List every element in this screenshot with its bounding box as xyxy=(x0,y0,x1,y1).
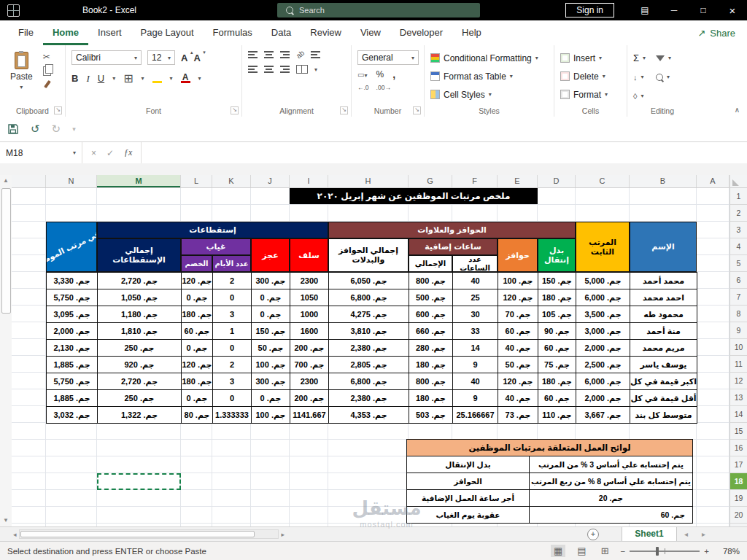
cell-total-deductions[interactable]: جم. 250 xyxy=(98,390,182,407)
column-header[interactable]: A xyxy=(697,175,729,187)
column-header[interactable]: G xyxy=(409,175,452,187)
row-header[interactable]: 19 xyxy=(730,490,747,507)
cell-total-deductions[interactable]: جم. 1,322 xyxy=(98,407,182,424)
cell-transport[interactable]: جم. 180 xyxy=(538,373,576,390)
close-button[interactable]: × xyxy=(718,0,747,20)
cell-overtime-hours[interactable]: 40 xyxy=(453,273,498,289)
column-header[interactable]: L xyxy=(181,175,212,187)
header-absence[interactable]: غياب xyxy=(181,238,251,255)
cell-total-deductions[interactable]: جم. 1,180 xyxy=(98,306,182,323)
increase-decimal-button[interactable]: ←.0 xyxy=(357,84,369,91)
column-header[interactable]: K xyxy=(212,175,251,187)
cell-discount[interactable]: جم. 0 xyxy=(182,390,213,407)
cell-net[interactable]: جم. 2,130 xyxy=(47,340,98,357)
fill-button[interactable]: ↓▾ xyxy=(633,69,646,85)
cell-discount[interactable]: جم. 60 xyxy=(182,323,213,340)
font-color-button[interactable]: A xyxy=(181,74,190,83)
cell-incentive[interactable]: جم. 100 xyxy=(498,273,538,289)
cell-overtime-total[interactable]: جم. 180 xyxy=(409,357,453,373)
cell-deficit[interactable]: جم. 150 xyxy=(252,323,290,340)
cell-employee-name[interactable]: مريم محمد xyxy=(630,340,697,357)
cell-deficit[interactable]: جم. 0 xyxy=(252,306,290,323)
menu-tab[interactable]: Help xyxy=(452,20,491,45)
align-right-button[interactable] xyxy=(280,66,290,73)
cell-total-allowances[interactable]: جم. 2,805 xyxy=(329,357,409,373)
menu-tab[interactable]: Review xyxy=(301,20,351,45)
row-header[interactable]: 10 xyxy=(730,339,747,356)
cell-discount[interactable]: جم. 120 xyxy=(182,357,213,373)
collapse-ribbon-button[interactable]: ∧ xyxy=(735,106,740,114)
cell-advance[interactable]: جم. 200 xyxy=(290,340,329,357)
cell-overtime-hours[interactable]: 14 xyxy=(453,340,498,357)
cell-net[interactable]: جم. 2,000 xyxy=(47,323,98,340)
cell-discount[interactable]: جم. 180 xyxy=(182,306,213,323)
merge-center-button[interactable] xyxy=(296,65,308,74)
column-header[interactable]: E xyxy=(498,175,538,187)
column-header[interactable]: J xyxy=(251,175,290,187)
cell-discount[interactable]: جم. 0 xyxy=(182,289,213,306)
cell-incentive[interactable]: جم. 120 xyxy=(498,373,538,390)
formula-input[interactable] xyxy=(142,142,747,163)
cell-incentive[interactable]: جم. 40 xyxy=(498,390,538,407)
autosum-button[interactable]: Σ▾ xyxy=(633,50,646,66)
cell-overtime-total[interactable]: جم. 800 xyxy=(409,373,453,390)
rules-title[interactable]: لوائح العمل المتعلقة بمرتبات الموظفين xyxy=(407,440,693,456)
cell-total-deductions[interactable]: جم. 1,810 xyxy=(98,323,182,340)
undo-button[interactable]: ↺ xyxy=(31,122,40,136)
row-header[interactable]: 8 xyxy=(730,306,747,322)
header-overtime-hours[interactable]: عدد الساعات xyxy=(452,255,498,272)
cell-incentive[interactable]: جم. 73 xyxy=(498,407,538,424)
sort-filter-button[interactable]: ▾ xyxy=(656,50,671,66)
cell-employee-name[interactable]: يوسف ياسر xyxy=(630,357,697,373)
view-page-break-button[interactable]: ⊞ xyxy=(598,545,612,557)
menu-tab[interactable]: Developer xyxy=(390,20,452,45)
row-header[interactable]: 15 xyxy=(730,423,747,440)
cell-transport[interactable]: جم. 105 xyxy=(538,306,576,323)
column-header[interactable]: C xyxy=(576,175,630,187)
scroll-down-icon[interactable]: ▼ xyxy=(0,515,12,526)
cell-days[interactable]: 3 xyxy=(213,373,252,390)
cell-total-allowances[interactable]: جم. 6,050 xyxy=(329,273,409,289)
cells-menu-button[interactable]: Format▾ xyxy=(560,87,608,102)
align-bottom-button[interactable] xyxy=(280,51,290,58)
cell-overtime-hours[interactable]: 30 xyxy=(453,306,498,323)
header-total-allowances[interactable]: إجمالي الحوافز والبدلات xyxy=(328,238,409,272)
cell-fixed-salary[interactable]: جم. 3,000 xyxy=(576,323,630,340)
cell-days[interactable]: 0 xyxy=(213,390,252,407)
cell-advance[interactable]: 1600 xyxy=(290,323,329,340)
column-header[interactable]: N xyxy=(46,175,97,187)
cell-overtime-hours[interactable]: 33 xyxy=(453,323,498,340)
row-header[interactable]: 20 xyxy=(730,507,747,524)
menu-tab[interactable]: Page Layout xyxy=(131,20,204,45)
row-header[interactable]: 5 xyxy=(730,255,747,272)
cell-transport[interactable]: جم. 90 xyxy=(538,323,576,340)
cell-advance[interactable]: 1050 xyxy=(290,289,329,306)
row-header[interactable]: 1 xyxy=(730,188,747,205)
header-discount[interactable]: الخصم xyxy=(181,255,212,272)
cell-overtime-hours[interactable]: 25.166667 xyxy=(453,407,498,424)
cell-days[interactable]: 2 xyxy=(213,357,252,373)
sign-in-button[interactable]: Sign in xyxy=(565,3,614,18)
horizontal-scrollbar[interactable]: ◂ ▸ xyxy=(13,529,285,539)
table-title-banner[interactable]: ملخص مرتبات الموظفين عن شهر إبريل ٢٠٢٠ xyxy=(290,188,538,204)
cell-fixed-salary[interactable]: جم. 5,000 xyxy=(576,273,630,289)
menu-tab[interactable]: View xyxy=(351,20,390,45)
cell-overtime-total[interactable]: جم. 503 xyxy=(409,407,453,424)
rules-value[interactable]: جم. 60 xyxy=(530,507,693,524)
cell-employee-name[interactable]: احمد محمد xyxy=(630,289,697,306)
comma-style-button[interactable]: , xyxy=(392,69,395,80)
view-page-layout-button[interactable]: ▤ xyxy=(574,545,589,557)
cell-overtime-total[interactable]: جم. 660 xyxy=(409,323,453,340)
row-header[interactable]: 13 xyxy=(730,389,747,406)
cell-fixed-salary[interactable]: جم. 2,000 xyxy=(576,340,630,357)
styles-menu-button[interactable]: Format as Table▾ xyxy=(430,69,538,84)
name-box[interactable]: M18▾ xyxy=(0,142,82,163)
bold-button[interactable]: B xyxy=(71,73,78,84)
rules-value[interactable]: جم. 20 xyxy=(530,490,693,507)
header-overtime-total[interactable]: الإجمالي xyxy=(409,255,452,272)
menu-tab[interactable]: Data xyxy=(262,20,301,45)
rules-label[interactable]: عقوبة يوم الغياب xyxy=(407,507,530,524)
percent-style-button[interactable]: % xyxy=(376,69,384,79)
zoom-out-button[interactable]: − xyxy=(621,547,626,556)
styles-menu-button[interactable]: Cell Styles▾ xyxy=(430,87,538,102)
